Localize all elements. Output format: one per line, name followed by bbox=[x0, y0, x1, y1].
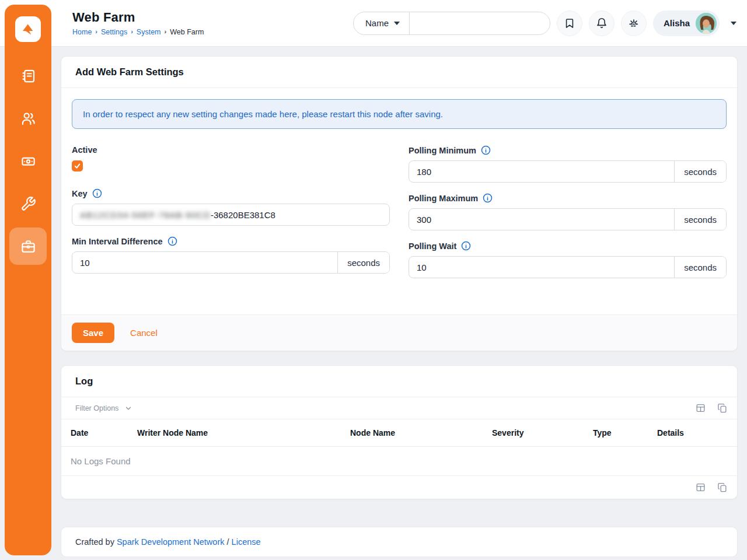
polling-minimum-label: Polling Minimum bbox=[409, 146, 476, 155]
sidebar bbox=[5, 5, 51, 555]
search-input[interactable] bbox=[410, 12, 550, 34]
log-column-node-name[interactable]: Node Name bbox=[350, 419, 492, 446]
bell-icon bbox=[596, 18, 608, 29]
log-column-severity[interactable]: Severity bbox=[492, 419, 593, 446]
search-category-label: Name bbox=[365, 18, 389, 28]
active-label: Active bbox=[72, 145, 97, 155]
min-interval-field: Min Interval Difference seconds bbox=[72, 236, 390, 274]
sun-horizon-icon bbox=[627, 17, 640, 30]
user-name: Alisha bbox=[664, 18, 690, 28]
top-header: Web Farm Home › Settings › System › Web … bbox=[0, 0, 747, 47]
user-menu-caret-icon[interactable] bbox=[731, 22, 736, 25]
key-input-group: AB12CD34-56EF-78AB-90CD -36820BE381C8 bbox=[72, 204, 390, 226]
breadcrumb-separator-icon: › bbox=[131, 28, 133, 35]
avatar bbox=[696, 13, 717, 34]
log-table-header: Date Writer Node Name Node Name Severity… bbox=[61, 419, 737, 447]
log-grid-actions-bottom bbox=[695, 482, 728, 493]
log-column-details[interactable]: Details bbox=[657, 419, 728, 446]
log-column-type[interactable]: Type bbox=[593, 419, 657, 446]
polling-minimum-unit: seconds bbox=[674, 161, 726, 182]
polling-wait-field: Polling Wait seconds bbox=[409, 241, 727, 278]
sidebar-item-finance[interactable] bbox=[9, 142, 47, 180]
settings-form: Active Key bbox=[72, 145, 727, 289]
min-interval-label: Min Interval Difference bbox=[72, 237, 163, 246]
sidebar-item-tools[interactable] bbox=[9, 185, 47, 222]
spark-development-network-link[interactable]: Spark Development Network bbox=[117, 537, 225, 547]
bookmarks-button[interactable] bbox=[557, 10, 582, 36]
filter-options-toggle[interactable]: Filter Options bbox=[75, 404, 132, 412]
settings-panel-footer: Save Cancel bbox=[61, 314, 737, 351]
search-category-dropdown[interactable]: Name bbox=[354, 12, 410, 34]
log-column-writer-node-name[interactable]: Writer Node Name bbox=[137, 419, 350, 446]
polling-wait-input[interactable] bbox=[409, 257, 674, 278]
wrench-icon bbox=[20, 196, 36, 212]
notifications-button[interactable] bbox=[589, 10, 615, 36]
info-icon[interactable] bbox=[461, 241, 471, 251]
info-icon[interactable] bbox=[481, 145, 491, 155]
title-block: Web Farm Home › Settings › System › Web … bbox=[72, 10, 204, 36]
journal-icon bbox=[20, 68, 36, 84]
polling-maximum-input[interactable] bbox=[409, 209, 674, 230]
sidebar-item-admin[interactable] bbox=[9, 228, 47, 265]
polling-wait-input-group: seconds bbox=[409, 256, 727, 278]
breadcrumb-separator-icon: › bbox=[165, 28, 167, 35]
breadcrumb-settings[interactable]: Settings bbox=[101, 28, 127, 36]
polling-minimum-input[interactable] bbox=[409, 161, 674, 182]
filter-options-label: Filter Options bbox=[75, 404, 118, 412]
polling-wait-unit: seconds bbox=[674, 257, 726, 278]
key-field: Key AB12CD34-56EF-78AB-90CD -36820BE381C… bbox=[72, 188, 390, 226]
license-link[interactable]: License bbox=[232, 537, 261, 547]
breadcrumb-system[interactable]: System bbox=[137, 28, 161, 36]
breadcrumb-home[interactable]: Home bbox=[72, 28, 92, 36]
user-menu[interactable]: Alisha bbox=[653, 10, 720, 36]
polling-minimum-field: Polling Minimum seconds bbox=[409, 145, 727, 183]
table-layout-icon[interactable] bbox=[695, 402, 706, 414]
search-bar: Name bbox=[353, 12, 550, 35]
site-footer: Crafted by Spark Development Network / L… bbox=[61, 527, 738, 557]
save-button[interactable]: Save bbox=[72, 323, 114, 343]
form-column-left: Active Key bbox=[72, 145, 390, 289]
bookmark-icon bbox=[564, 18, 575, 29]
polling-maximum-field: Polling Maximum seconds bbox=[409, 193, 727, 230]
footer-separator: / bbox=[227, 537, 229, 547]
main-content: Add Web Farm Settings In order to respec… bbox=[0, 47, 747, 560]
polling-maximum-label: Polling Maximum bbox=[409, 194, 478, 203]
settings-panel: Add Web Farm Settings In order to respec… bbox=[61, 56, 738, 351]
copy-icon[interactable] bbox=[717, 402, 728, 414]
min-interval-input[interactable] bbox=[72, 252, 337, 273]
chevron-down-icon bbox=[394, 22, 400, 25]
restart-node-alert: In order to respect any new setting chan… bbox=[72, 99, 727, 129]
min-interval-input-group: seconds bbox=[72, 251, 390, 274]
info-icon[interactable] bbox=[483, 193, 493, 203]
copy-icon[interactable] bbox=[717, 482, 728, 493]
page-title: Web Farm bbox=[72, 10, 204, 25]
table-layout-icon[interactable] bbox=[695, 482, 706, 493]
key-label: Key bbox=[72, 189, 88, 198]
log-grid-actions-top bbox=[695, 402, 728, 414]
settings-panel-header: Add Web Farm Settings bbox=[61, 57, 737, 88]
active-field: Active bbox=[72, 145, 390, 172]
theme-toggle-button[interactable] bbox=[621, 10, 647, 36]
sidebar-item-people[interactable] bbox=[9, 100, 47, 137]
polling-wait-label: Polling Wait bbox=[409, 242, 456, 251]
log-column-date[interactable]: Date bbox=[71, 419, 137, 446]
info-icon[interactable] bbox=[92, 188, 102, 198]
breadcrumb: Home › Settings › System › Web Farm bbox=[72, 28, 204, 36]
key-masked-value: AB12CD34-56EF-78AB-90CD bbox=[80, 210, 211, 220]
log-panel: Log Filter Options bbox=[61, 365, 738, 499]
log-filter-row: Filter Options bbox=[61, 397, 737, 419]
cancel-button[interactable]: Cancel bbox=[130, 328, 158, 338]
rock-logo[interactable] bbox=[15, 16, 41, 42]
breadcrumb-current: Web Farm bbox=[170, 28, 204, 36]
active-checkbox[interactable] bbox=[72, 160, 83, 172]
footer-crafted-by: Crafted by bbox=[75, 537, 114, 547]
min-interval-unit: seconds bbox=[337, 252, 389, 273]
polling-minimum-input-group: seconds bbox=[409, 160, 727, 183]
polling-maximum-input-group: seconds bbox=[409, 208, 727, 230]
key-input[interactable]: AB12CD34-56EF-78AB-90CD -36820BE381C8 bbox=[72, 204, 389, 225]
sidebar-nav bbox=[9, 57, 47, 265]
settings-panel-title: Add Web Farm Settings bbox=[75, 66, 184, 77]
briefcase-icon bbox=[20, 239, 36, 254]
info-icon[interactable] bbox=[167, 236, 177, 246]
sidebar-item-journal[interactable] bbox=[9, 57, 47, 94]
